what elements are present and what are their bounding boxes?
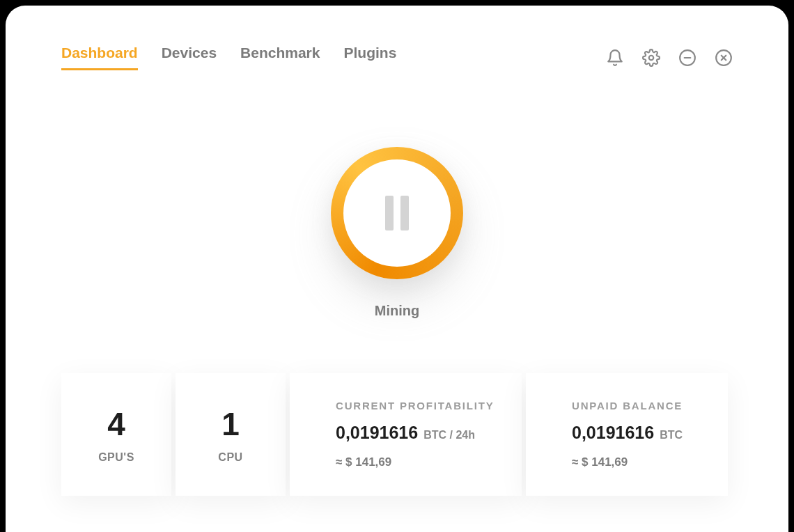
nav-tabs: Dashboard Devices Benchmark Plugins (61, 45, 396, 70)
svg-point-0 (649, 55, 654, 60)
app-window: Dashboard Devices Benchmark Plugins Mini… (6, 6, 788, 532)
header-icons (606, 49, 733, 67)
gpu-card: 4 GPU'S (61, 373, 171, 496)
profitability-card: CURRENT PROFITABILITY 0,0191616 BTC / 24… (290, 373, 522, 496)
mining-control: Mining (61, 147, 733, 319)
minimize-icon[interactable] (678, 49, 696, 67)
mining-status-label: Mining (375, 303, 419, 319)
stats-cards: 4 GPU'S 1 CPU CURRENT PROFITABILITY 0,01… (61, 373, 733, 496)
balance-approx: ≈ $ 141,69 (572, 455, 704, 469)
balance-title: UNPAID BALANCE (572, 400, 704, 412)
cpu-card: 1 CPU (176, 373, 286, 496)
mining-toggle-button[interactable] (331, 147, 463, 279)
bell-icon[interactable] (606, 49, 624, 67)
pause-icon (385, 196, 409, 230)
gear-icon[interactable] (642, 49, 660, 67)
gpu-count: 4 (107, 405, 125, 443)
profitability-value: 0,0191616 (336, 423, 418, 443)
profitability-unit: BTC / 24h (423, 429, 475, 441)
tab-dashboard[interactable]: Dashboard (61, 45, 138, 70)
profitability-value-row: 0,0191616 BTC / 24h (336, 423, 498, 443)
balance-value-row: 0,0191616 BTC (572, 423, 704, 443)
gpu-label: GPU'S (98, 451, 134, 464)
cpu-label: CPU (218, 451, 242, 464)
tab-benchmark[interactable]: Benchmark (240, 45, 320, 70)
close-icon[interactable] (715, 49, 733, 67)
cpu-count: 1 (221, 405, 240, 443)
tab-plugins[interactable]: Plugins (343, 45, 396, 70)
balance-unit: BTC (660, 429, 683, 441)
balance-value: 0,0191616 (572, 423, 654, 443)
top-bar: Dashboard Devices Benchmark Plugins (61, 45, 733, 70)
profitability-title: CURRENT PROFITABILITY (336, 400, 498, 412)
balance-card: UNPAID BALANCE 0,0191616 BTC ≈ $ 141,69 (526, 373, 728, 496)
profitability-approx: ≈ $ 141,69 (336, 455, 498, 469)
tab-devices[interactable]: Devices (162, 45, 217, 70)
